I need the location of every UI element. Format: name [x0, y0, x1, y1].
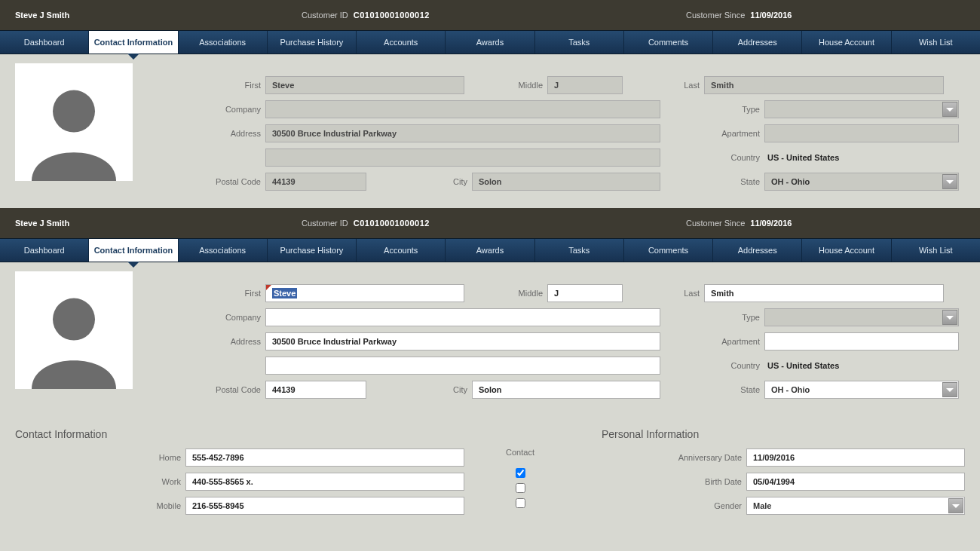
gender-label: Gender: [573, 501, 746, 510]
type-label: Type: [660, 105, 764, 114]
last-label: Last: [623, 81, 704, 90]
first-input[interactable]: Steve: [265, 284, 464, 302]
apartment-label: Apartment: [660, 129, 764, 138]
customer-header: Steve J Smith Customer ID C0101000100001…: [0, 208, 980, 238]
tab-dashboard[interactable]: Dashboard: [0, 239, 89, 262]
customer-since: Customer Since 11/09/2016: [618, 11, 965, 20]
address-label: Address: [145, 337, 265, 346]
company-label: Company: [145, 313, 265, 322]
company-input[interactable]: [265, 308, 660, 326]
address1-input: [265, 124, 660, 142]
tab-bar: Dashboard Contact Information Associatio…: [0, 30, 980, 54]
tab-wish-list[interactable]: Wish List: [892, 239, 980, 262]
tab-dashboard[interactable]: Dashboard: [0, 31, 89, 54]
tab-addresses[interactable]: Addresses: [713, 31, 802, 54]
avatar-placeholder-icon: [21, 283, 127, 389]
last-input[interactable]: [704, 284, 944, 302]
tab-purchase-history[interactable]: Purchase History: [268, 31, 357, 54]
tab-tasks[interactable]: Tasks: [535, 31, 624, 54]
chevron-down-icon: [942, 310, 957, 325]
postal-label: Postal Code: [145, 177, 265, 186]
customer-id: Customer ID C01010001000012: [302, 11, 618, 20]
postal-input[interactable]: [265, 381, 366, 399]
work-label: Work: [15, 477, 185, 486]
contact-mobile-checkbox[interactable]: [516, 498, 525, 508]
contact-column-header: Contact: [467, 448, 573, 463]
middle-label: Middle: [464, 289, 547, 298]
last-label: Last: [623, 289, 704, 298]
customer-id: Customer ID C01010001000012: [302, 219, 618, 228]
city-label: City: [366, 177, 472, 186]
company-label: Company: [145, 105, 265, 114]
tab-accounts[interactable]: Accounts: [357, 239, 446, 262]
state-select[interactable]: OH - Ohio: [764, 381, 959, 399]
customer-since: Customer Since 11/09/2016: [618, 219, 965, 228]
address1-input[interactable]: [265, 332, 660, 350]
mobile-phone-input[interactable]: [185, 497, 464, 515]
type-select[interactable]: [764, 308, 959, 326]
home-label: Home: [15, 453, 185, 462]
city-input[interactable]: [472, 381, 660, 399]
apartment-label: Apartment: [660, 337, 764, 346]
first-label: First: [145, 289, 265, 298]
chevron-down-icon: [948, 498, 963, 513]
address2-input[interactable]: [265, 357, 660, 375]
tab-contact-information[interactable]: Contact Information: [89, 31, 178, 54]
tab-accounts[interactable]: Accounts: [357, 31, 446, 54]
tab-contact-information[interactable]: Contact Information: [89, 239, 178, 262]
contact-home-checkbox[interactable]: [516, 468, 525, 478]
country-value: US - United States: [764, 361, 839, 370]
state-label: State: [660, 177, 764, 186]
chevron-down-icon: [942, 102, 957, 117]
tab-comments[interactable]: Comments: [624, 31, 713, 54]
customer-panel-editable: Steve J Smith Customer ID C0101000100001…: [0, 208, 980, 528]
state-label: State: [660, 385, 764, 394]
avatar[interactable]: [15, 271, 133, 389]
customer-header: Steve J Smith Customer ID C0101000100001…: [0, 0, 980, 30]
type-label: Type: [660, 313, 764, 322]
city-label: City: [366, 385, 472, 394]
apartment-input[interactable]: [764, 332, 959, 350]
last-input: [704, 76, 944, 94]
country-label: Country: [660, 153, 764, 162]
middle-label: Middle: [464, 81, 547, 90]
postal-input: [265, 173, 366, 191]
tab-house-account[interactable]: House Account: [802, 239, 891, 262]
work-phone-input[interactable]: [185, 473, 464, 491]
tab-awards[interactable]: Awards: [446, 239, 534, 262]
tab-wish-list[interactable]: Wish List: [892, 31, 980, 54]
contact-work-checkbox[interactable]: [516, 483, 525, 493]
middle-input[interactable]: [547, 284, 623, 302]
home-phone-input[interactable]: [185, 448, 464, 467]
company-input: [265, 100, 660, 118]
city-input: [472, 173, 660, 191]
tab-associations[interactable]: Associations: [179, 239, 268, 262]
first-label: First: [145, 81, 265, 90]
tab-associations[interactable]: Associations: [179, 31, 268, 54]
country-value: US - United States: [764, 153, 839, 162]
apartment-input: [764, 124, 959, 142]
svg-point-1: [53, 298, 95, 341]
tab-comments[interactable]: Comments: [624, 239, 713, 262]
tab-tasks[interactable]: Tasks: [535, 239, 624, 262]
postal-label: Postal Code: [145, 385, 265, 394]
middle-input: [547, 76, 623, 94]
anniversary-input[interactable]: [746, 448, 965, 467]
chevron-down-icon: [942, 174, 957, 189]
chevron-down-icon: [942, 382, 957, 397]
svg-point-0: [53, 90, 95, 133]
address2-input: [265, 148, 660, 167]
tab-addresses[interactable]: Addresses: [713, 239, 802, 262]
personal-info-heading: Personal Information: [586, 416, 699, 448]
birth-input[interactable]: [746, 473, 965, 491]
avatar: [15, 63, 133, 181]
avatar-placeholder-icon: [21, 75, 127, 181]
tab-awards[interactable]: Awards: [446, 31, 534, 54]
tab-purchase-history[interactable]: Purchase History: [268, 239, 357, 262]
tab-house-account[interactable]: House Account: [802, 31, 891, 54]
birth-label: Birth Date: [573, 477, 746, 486]
gender-select[interactable]: Male: [746, 497, 965, 515]
first-input: [265, 76, 464, 94]
contact-info-heading: Contact Information: [0, 416, 452, 448]
customer-name: Steve J Smith: [15, 11, 302, 20]
